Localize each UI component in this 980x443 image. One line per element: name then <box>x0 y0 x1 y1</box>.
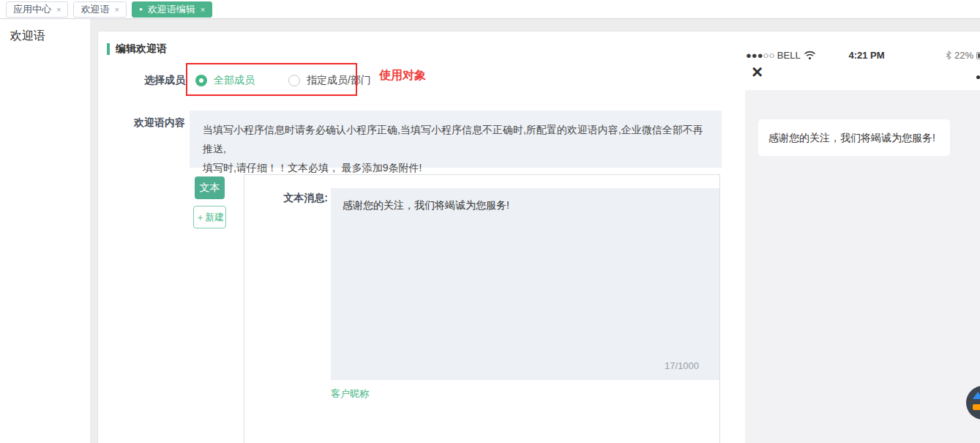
radio-all-members-label[interactable]: 全部成员 <box>214 74 255 87</box>
add-attachment-button[interactable]: ＋新建 <box>193 206 226 228</box>
close-icon[interactable]: × <box>201 5 205 14</box>
radio-specific-members-label[interactable]: 指定成员/部门 <box>307 74 371 87</box>
close-icon[interactable]: × <box>56 5 61 14</box>
tab-bar: 应用中心 × 欢迎语 × ● 欢迎语编辑 × <box>0 0 980 19</box>
widget-orange-icon <box>973 404 980 410</box>
section-header: 编辑欢迎语 <box>107 42 167 56</box>
message-bubble: 感谢您的关注，我们将竭诚为您服务! <box>758 119 950 156</box>
radio-specific-members[interactable] <box>288 75 300 86</box>
customer-nickname-link[interactable]: 客户昵称 <box>331 387 369 401</box>
text-attachment-tab[interactable]: 文本 <box>195 176 225 199</box>
wifi-icon <box>804 51 816 60</box>
welcome-content-label: 欢迎语内容 <box>98 116 185 130</box>
tab-label: 欢迎语 <box>81 3 109 16</box>
tab-label: 应用中心 <box>13 3 51 16</box>
widget-blue-icon <box>973 392 980 399</box>
message-text: 感谢您的关注，我们将竭诚为您服务! <box>331 188 719 222</box>
text-message-label: 文本消息: <box>269 192 328 205</box>
message-textarea[interactable]: 感谢您的关注，我们将竭诚为您服务! 17/1000 <box>331 188 719 380</box>
battery-percent: 22% <box>954 50 973 61</box>
section-title: 编辑欢迎语 <box>116 42 167 56</box>
member-radio-group: 全部成员 指定成员/部门 <box>195 74 371 87</box>
sidebar: 欢迎语 <box>0 19 90 443</box>
section-accent-bar <box>107 43 110 55</box>
phone-status-right: 22% <box>946 50 980 61</box>
phone-clock: 4:21 PM <box>823 50 910 61</box>
notice-box: 当填写小程序信息时请务必确认小程序正确,当填写小程序信息不正确时,所配置的欢迎语… <box>190 111 722 168</box>
app-window: 应用中心 × 欢迎语 × ● 欢迎语编辑 × 欢迎语 编辑欢迎语 选择成员 全部… <box>0 0 980 443</box>
tab-welcome-edit-active[interactable]: ● 欢迎语编辑 × <box>132 1 212 18</box>
radio-all-members[interactable] <box>195 75 207 86</box>
carrier-signal-text: ●●●○○ BELL <box>746 50 801 61</box>
phone-menu-dot-icon[interactable] <box>976 75 980 79</box>
tab-label: 欢迎语编辑 <box>148 3 195 16</box>
page-title: 欢迎语 <box>0 19 90 44</box>
phone-close-icon[interactable]: × <box>752 62 763 81</box>
tab-app-center[interactable]: 应用中心 × <box>6 1 68 18</box>
active-dot-icon: ● <box>139 7 143 12</box>
edit-card: 编辑欢迎语 选择成员 全部成员 指定成员/部门 使用对象 欢迎语内容 当填写小程… <box>97 31 980 443</box>
member-select-label: 选择成员 <box>98 74 185 87</box>
phone-status-left: ●●●○○ BELL <box>746 50 816 61</box>
close-icon[interactable]: × <box>114 5 119 14</box>
phone-preview-body: 感谢您的关注，我们将竭诚为您服务! <box>745 90 980 443</box>
bluetooth-icon <box>946 51 951 60</box>
annotation-caption: 使用对象 <box>379 68 426 83</box>
battery-icon <box>976 52 980 59</box>
char-count: 17/1000 <box>665 360 699 371</box>
tab-welcome[interactable]: 欢迎语 × <box>73 1 126 18</box>
